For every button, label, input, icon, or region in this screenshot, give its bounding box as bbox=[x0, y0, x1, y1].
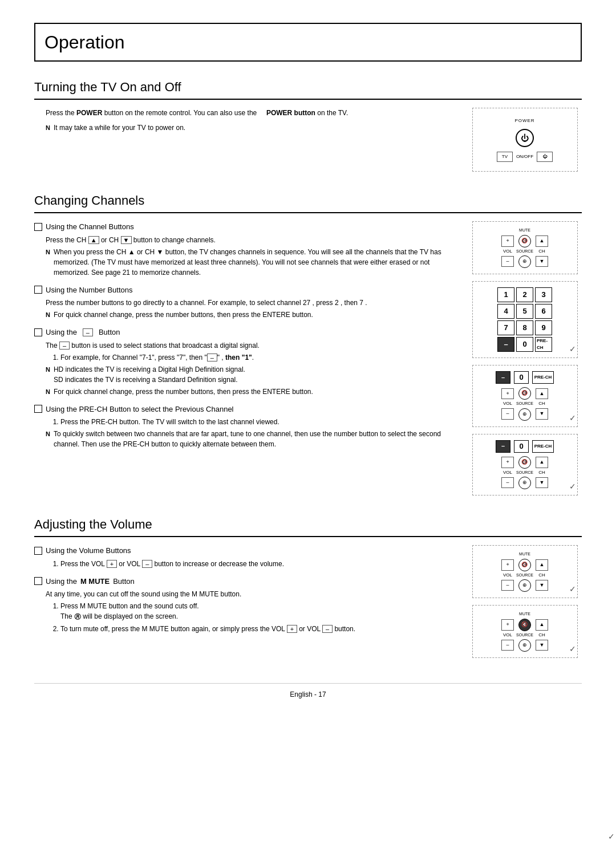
num-1: 1 bbox=[497, 287, 514, 302]
dash-btn-r3: – bbox=[496, 371, 510, 384]
mute-btn-v2: 🔇 bbox=[518, 619, 531, 631]
turning-tv-intro: Press the POWER button on the remote con… bbox=[46, 108, 456, 118]
power-button-icon: ⏻ bbox=[516, 129, 534, 147]
ch-down-r1: ▼ bbox=[536, 256, 548, 267]
ch-up-r1: ▲ bbox=[536, 235, 548, 247]
vol-plus-v2: + bbox=[501, 619, 514, 631]
source-btn-v2: ⊕ bbox=[518, 639, 531, 652]
note-label: N bbox=[46, 123, 50, 133]
num-3: 3 bbox=[535, 287, 552, 302]
ch-label-v2: CH bbox=[538, 632, 545, 639]
ch-down-r4: ▼ bbox=[536, 477, 548, 489]
mute-sub: At any time, you can cut off the sound u… bbox=[46, 589, 456, 599]
source-btn-r1: ⊕ bbox=[518, 255, 531, 268]
vol-label-r1: VOL bbox=[501, 248, 514, 255]
source-label-r3: SOURCE bbox=[516, 401, 533, 407]
ch-label-r1: CH bbox=[538, 248, 545, 255]
ch-up-r3: ▲ bbox=[536, 388, 548, 400]
mute-btn-v1: 🔇 bbox=[518, 559, 531, 571]
mute-label-v2: MUTE bbox=[519, 611, 530, 618]
remote-power-illustration: POWER ⏻ TV ON/OFF ⏻ bbox=[472, 108, 578, 172]
vol-plus-ref2: + bbox=[287, 625, 297, 633]
page-title: Operation bbox=[34, 23, 582, 62]
check-mark-2: ✓ bbox=[569, 343, 576, 355]
ch-down-r3: ▼ bbox=[536, 408, 548, 420]
ch-down-v2: ▼ bbox=[536, 640, 548, 651]
source-btn-r4: ⊕ bbox=[518, 477, 531, 489]
vol-step1: Press the VOL + or VOL – button to incre… bbox=[60, 559, 456, 569]
remote-mute-illustration: MUTE + VOL – 🔇 SOURCE ⊕ bbox=[472, 605, 578, 658]
ch-up-v2: ▲ bbox=[536, 619, 548, 631]
vol-label-r3: VOL bbox=[501, 400, 514, 407]
turning-tv-note: It may take a while for your TV to power… bbox=[54, 123, 185, 133]
mute-btn-r4: 🔇 bbox=[518, 456, 531, 469]
mute-button-header: Using the M MUTE Button bbox=[34, 576, 456, 587]
number-buttons-header: Using the Number Buttons bbox=[34, 285, 456, 296]
checkbox-icon bbox=[34, 223, 42, 231]
channel-buttons-note: When you press the CH ▲ or CH ▼ button, … bbox=[54, 247, 456, 278]
on-off-label: ON/OFF bbox=[516, 152, 533, 162]
ch-down-v1: ▼ bbox=[536, 580, 548, 591]
mute-button-section: Using the M MUTE Button At any time, you… bbox=[34, 576, 456, 635]
remote-numpad-illustration: 1 2 3 4 5 6 7 8 9 – 0 PRE-CH ✓ bbox=[472, 281, 578, 358]
num-5: 5 bbox=[516, 304, 533, 319]
ch-up-r4: ▲ bbox=[536, 457, 548, 468]
num-grid: 1 2 3 4 5 6 7 8 9 – 0 PRE-CH bbox=[476, 287, 574, 352]
number-buttons-section: Using the Number Buttons Press the numbe… bbox=[34, 285, 456, 320]
source-label-r1: SOURCE bbox=[516, 249, 533, 255]
num-4: 4 bbox=[497, 304, 514, 319]
num-0: 0 bbox=[516, 337, 533, 352]
vol-plus-r1: + bbox=[501, 235, 514, 247]
num-8: 8 bbox=[516, 320, 533, 335]
mute-btn-r3: 🔇 bbox=[518, 387, 531, 400]
vol-minus-v2: – bbox=[501, 640, 514, 651]
channels-text: Using the Channel Buttons Press the CH ▲… bbox=[34, 221, 456, 498]
mute-btn-r1: 🔇 bbox=[518, 235, 531, 247]
num-2: 2 bbox=[516, 287, 533, 302]
vol-minus-v1: – bbox=[501, 580, 514, 591]
section-turning-tv: Turning the TV On and Off Press the POWE… bbox=[34, 78, 582, 174]
vol-label-v2: VOL bbox=[501, 632, 514, 639]
check-mark-4: ✓ bbox=[569, 481, 576, 493]
vol-label-v1: VOL bbox=[501, 572, 514, 579]
tv-button: TV bbox=[497, 152, 513, 162]
checkbox-icon-4 bbox=[34, 405, 42, 413]
section-changing-channels: Changing Channels Using the Channel Butt… bbox=[34, 191, 582, 498]
section-title-turning-tv: Turning the TV On and Off bbox=[34, 78, 582, 100]
check-mark-v2: ✓ bbox=[569, 643, 576, 655]
check-mark-1: ✓ bbox=[608, 831, 615, 843]
ch-up-btn: ▲ bbox=[88, 236, 99, 244]
dash-btn-r4: – bbox=[496, 440, 510, 453]
num-9: 9 bbox=[535, 320, 552, 335]
checkbox-icon-6 bbox=[34, 577, 42, 585]
source-btn-v1: ⊕ bbox=[518, 579, 531, 592]
dash-inline: – bbox=[59, 342, 70, 350]
num-dash: – bbox=[497, 337, 514, 352]
mute-step2: To turn mute off, press the M MUTE butto… bbox=[60, 624, 456, 634]
num-0-r3: 0 bbox=[514, 371, 529, 384]
turning-tv-text: Press the POWER button on the remote con… bbox=[34, 108, 456, 174]
mute-label-r1: MUTE bbox=[519, 228, 530, 234]
prech-btn: PRE-CH bbox=[535, 337, 552, 352]
num-6: 6 bbox=[535, 304, 552, 319]
onoff-button: ⏻ bbox=[537, 152, 553, 162]
vol-minus-r4: – bbox=[501, 477, 514, 489]
dash-button-sub: The – button is used to select stations … bbox=[46, 340, 456, 351]
dash-btn-ref: – bbox=[83, 328, 93, 336]
vol-minus-r3: – bbox=[501, 408, 514, 420]
num-0-r4: 0 bbox=[514, 440, 529, 453]
num-7: 7 bbox=[497, 320, 514, 335]
check-mark-3: ✓ bbox=[569, 412, 576, 424]
channel-buttons-header: Using the Channel Buttons bbox=[34, 221, 456, 233]
volume-buttons-header: Using the Volume Buttons bbox=[34, 545, 456, 556]
ch-label-r4: CH bbox=[538, 469, 545, 476]
checkbox-icon-2 bbox=[34, 286, 42, 294]
ch-label-r3: CH bbox=[538, 400, 545, 407]
dash-btn-inline: – bbox=[207, 354, 217, 361]
section-adjusting-volume: Adjusting the Volume Using the Volume Bu… bbox=[34, 515, 582, 660]
power-label: POWER bbox=[514, 117, 534, 124]
remote-col-volume: MUTE + VOL – 🔇 SOURCE ⊕ bbox=[468, 545, 582, 660]
ch-down-btn: ▼ bbox=[121, 236, 132, 244]
section-title-volume: Adjusting the Volume bbox=[34, 515, 582, 537]
source-btn-r3: ⊕ bbox=[518, 408, 531, 421]
